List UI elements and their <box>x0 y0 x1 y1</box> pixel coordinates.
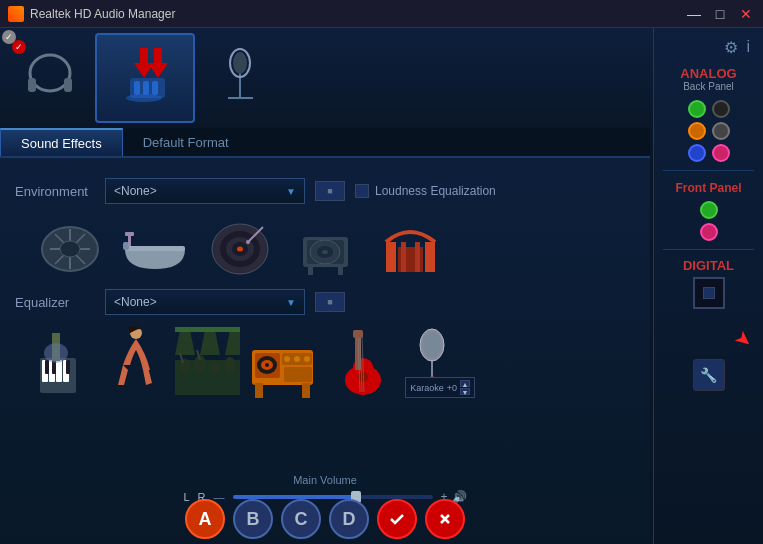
headphones-tab[interactable]: ✓ <box>10 38 90 118</box>
right-panel: ⚙ i ANALOG Back Panel Front Panel DIGITA… <box>653 28 763 544</box>
svg-point-52 <box>44 343 68 363</box>
svg-point-69 <box>265 363 269 367</box>
microphone-icon <box>213 43 268 113</box>
environment-icons <box>35 219 635 279</box>
eq-dropdown-arrow-icon: ▼ <box>286 297 296 308</box>
jack-row-1 <box>659 100 758 118</box>
front-jack-row-1 <box>659 201 758 219</box>
jack-green[interactable] <box>688 100 706 118</box>
button-confirm[interactable] <box>377 499 417 539</box>
tab-sound-effects[interactable]: Sound Effects <box>0 128 123 156</box>
eq-icon-dancer[interactable] <box>100 325 165 400</box>
button-b[interactable]: B <box>233 499 273 539</box>
button-a[interactable]: A <box>185 499 225 539</box>
env-icon-stage[interactable] <box>290 219 360 279</box>
digital-port <box>703 287 715 299</box>
settings-icon[interactable]: ⚙ <box>724 38 738 57</box>
env-icon-temple[interactable] <box>375 219 445 279</box>
svg-rect-71 <box>284 367 312 382</box>
analog-label: ANALOG <box>659 66 758 81</box>
eq-icon-concert[interactable] <box>175 325 240 400</box>
karaoke-badge: Karaoke +0 ▲ ▼ <box>405 377 475 398</box>
svg-rect-1 <box>28 78 36 92</box>
svg-rect-7 <box>143 81 149 95</box>
svg-point-88 <box>423 332 441 358</box>
connectors-icon <box>110 43 180 113</box>
microphone-tab[interactable]: ✓ <box>200 38 280 118</box>
loudness-area: Loudness Equalization <box>355 184 496 198</box>
jack-orange[interactable] <box>688 122 706 140</box>
svg-rect-41 <box>401 242 406 272</box>
button-c[interactable]: C <box>281 499 321 539</box>
svg-marker-55 <box>200 330 220 355</box>
red-guitar-icon <box>328 325 388 400</box>
restore-button[interactable]: □ <box>711 7 729 21</box>
minimize-button[interactable]: — <box>685 7 703 21</box>
svg-point-72 <box>284 356 290 362</box>
svg-rect-76 <box>302 383 310 398</box>
wrench-button[interactable]: 🔧 <box>693 359 725 391</box>
active-check: ✓ <box>12 40 26 54</box>
env-icon-bathtub[interactable] <box>120 219 190 279</box>
karaoke-down[interactable]: ▼ <box>460 388 470 395</box>
eq-icon-red-guitar[interactable] <box>325 325 390 400</box>
guitar-keys-icon <box>38 328 78 398</box>
svg-point-9 <box>126 94 162 102</box>
stage-icon <box>293 222 358 277</box>
button-cancel[interactable] <box>425 499 465 539</box>
red-arrow-icon: ➤ <box>730 324 758 353</box>
env-icon-sewer[interactable] <box>35 219 105 279</box>
environment-dropdown[interactable]: <None> ▼ <box>105 178 305 204</box>
mic-check: ✓ <box>2 30 16 44</box>
button-d[interactable]: D <box>329 499 369 539</box>
svg-rect-6 <box>134 81 140 95</box>
svg-rect-50 <box>66 360 70 374</box>
svg-marker-4 <box>148 48 168 78</box>
concert-icon <box>175 325 240 400</box>
environment-toggle[interactable]: ■ <box>315 181 345 201</box>
front-jack-pink[interactable] <box>700 223 718 241</box>
content-area: Environment <None> ▼ ■ Loudness Equaliza… <box>0 158 650 415</box>
svg-point-59 <box>179 359 191 375</box>
jack-black[interactable] <box>712 100 730 118</box>
main-content: Sound Effects Default Format Environment… <box>0 128 650 544</box>
tabs-row: Sound Effects Default Format <box>0 128 650 158</box>
env-icon-vinyl[interactable] <box>205 219 275 279</box>
karaoke-up[interactable]: ▲ <box>460 380 470 387</box>
tab-divider <box>249 128 650 156</box>
equalizer-dropdown[interactable]: <None> ▼ <box>105 289 305 315</box>
close-button[interactable]: ✕ <box>737 7 755 21</box>
jack-gray[interactable] <box>712 122 730 140</box>
svg-rect-48 <box>45 360 49 374</box>
jack-pink[interactable] <box>712 144 730 162</box>
svg-rect-20 <box>125 246 185 251</box>
eq-icon-dj[interactable] <box>250 325 315 400</box>
svg-point-19 <box>60 241 80 257</box>
tab-default-format[interactable]: Default Format <box>123 128 249 156</box>
front-jack-green[interactable] <box>700 201 718 219</box>
digital-jack[interactable] <box>693 277 725 309</box>
loudness-checkbox[interactable] <box>355 184 369 198</box>
jack-blue[interactable] <box>688 144 706 162</box>
svg-point-30 <box>246 240 250 244</box>
svg-marker-54 <box>175 330 195 355</box>
info-icon[interactable]: i <box>746 38 750 57</box>
bottom-buttons: A B C D <box>185 499 465 539</box>
svg-rect-2 <box>64 78 72 92</box>
svg-rect-37 <box>338 267 343 275</box>
front-jack-row-2 <box>659 223 758 241</box>
headphones-icon <box>20 48 80 108</box>
eq-icon-mic-lips[interactable]: Karaoke +0 ▲ ▼ <box>400 325 465 400</box>
separator-1 <box>663 170 754 171</box>
bathtub-icon <box>120 224 190 274</box>
equalizer-toggle[interactable]: ■ <box>315 292 345 312</box>
connectors-tab[interactable] <box>95 33 195 123</box>
svg-rect-39 <box>425 242 435 272</box>
eq-icon-guitar-keys[interactable] <box>25 325 90 400</box>
karaoke-stepper[interactable]: ▲ ▼ <box>460 380 470 395</box>
window-title: Realtek HD Audio Manager <box>30 7 685 21</box>
environment-row: Environment <None> ▼ ■ Loudness Equaliza… <box>15 178 635 204</box>
svg-point-61 <box>209 361 221 375</box>
svg-point-89 <box>387 509 407 529</box>
sewer-icon <box>40 224 100 274</box>
